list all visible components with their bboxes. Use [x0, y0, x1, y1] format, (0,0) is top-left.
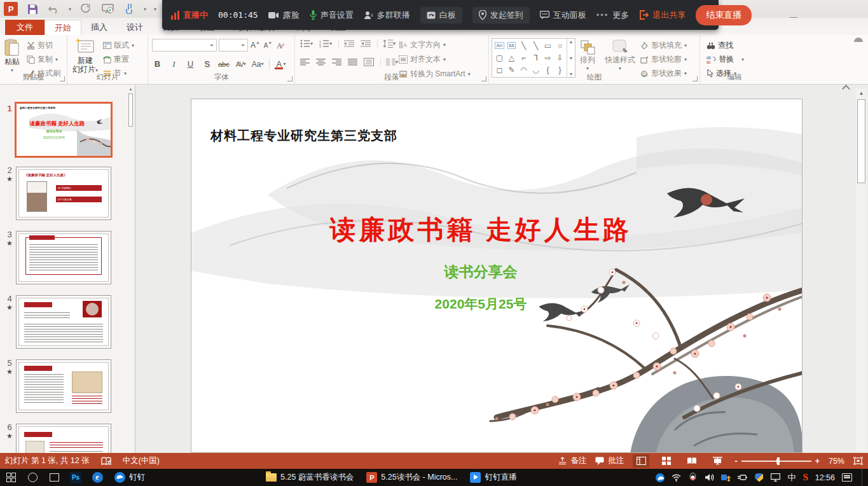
tab-insert[interactable]: 插入 — [81, 20, 117, 35]
bold-button[interactable]: B — [152, 58, 163, 70]
dingtalk-live-window-button[interactable]: 钉钉直播 — [464, 469, 523, 486]
shape-gallery[interactable]: A≡ ‖A ╲╲▭○ ▢△⌐Ꞁ⇨⇩ ◻✎◠◡{} ▲▼▼ — [492, 38, 575, 78]
more-button[interactable]: ••• 更多 — [596, 10, 630, 21]
increase-indent-icon[interactable] — [361, 40, 371, 48]
zoom-out-button[interactable]: - — [734, 457, 737, 466]
clock[interactable]: 12:56 — [815, 473, 835, 482]
language-indicator[interactable]: 中文(中国) — [123, 455, 160, 466]
undo-dropdown-icon[interactable]: ▾ — [69, 6, 71, 12]
folder-window-button[interactable]: 5.25 蔚蓝书香读书会 — [259, 469, 360, 486]
touch-mode-dropdown-icon[interactable]: ▾ — [144, 6, 146, 12]
scroll-up-icon[interactable]: ▲ — [856, 88, 867, 99]
powerpoint-app-icon[interactable]: P — [4, 2, 18, 16]
reset-button[interactable]: 重置 — [103, 54, 129, 65]
text-shadow-button[interactable]: S — [202, 58, 212, 70]
replace-button[interactable]: abac 替换▾ — [706, 54, 744, 65]
grow-font-button[interactable]: A▲ — [250, 39, 261, 52]
spell-check-icon[interactable] — [101, 457, 111, 466]
justify-icon[interactable] — [348, 59, 357, 66]
numbering-icon[interactable]: 123▾ — [319, 39, 332, 48]
reading-view-button[interactable] — [684, 454, 700, 468]
slideshow-view-button[interactable] — [709, 454, 726, 468]
interaction-panel-button[interactable]: 互动面板 — [540, 10, 586, 21]
tab-home[interactable]: 开始 — [45, 20, 81, 35]
dingtalk-taskbar-button[interactable]: 钉钉 — [108, 469, 151, 486]
slide-thumbnail-5[interactable] — [16, 359, 111, 413]
new-slide-button[interactable]: 新建 幻灯片▾ — [72, 38, 98, 75]
tab-design[interactable]: 设计 — [117, 20, 153, 35]
save-icon[interactable] — [25, 2, 39, 16]
volume-icon[interactable] — [705, 473, 714, 482]
slide-thumbnail-4[interactable] — [16, 295, 111, 349]
font-size-combo[interactable] — [219, 39, 248, 52]
zoom-in-button[interactable]: + — [815, 457, 820, 466]
wifi-icon[interactable] — [672, 473, 681, 482]
checkin-button[interactable]: 发起签到 — [472, 7, 530, 24]
start-button[interactable] — [0, 469, 22, 486]
columns-icon[interactable]: ▾ — [380, 59, 398, 66]
current-slide[interactable]: 材料工程专业研究生第三党支部 读廉政书籍 走好人生路 读书分享会 2020年5月… — [191, 99, 803, 453]
end-live-button[interactable]: 结束直播 — [696, 5, 752, 25]
undo-icon[interactable] — [47, 2, 61, 16]
multicast-button[interactable]: 多群联播 — [364, 10, 410, 21]
sogou-input-icon[interactable]: S — [803, 472, 808, 483]
normal-view-button[interactable] — [633, 454, 649, 468]
slide-thumbnail-1[interactable]: 材料工程专业研究生第三党支部 读廉政书籍 走好人生路 读书分享会 2020年5月… — [15, 102, 113, 158]
copy-button[interactable]: 复制▾ — [27, 54, 58, 65]
align-left-icon[interactable] — [300, 59, 310, 66]
shrink-font-button[interactable]: A▼ — [263, 39, 273, 52]
display-icon[interactable] — [771, 473, 780, 482]
shape-outline-button[interactable]: 形状轮廓▾ — [640, 54, 687, 65]
qat-customize-icon[interactable]: ▾ — [154, 6, 156, 12]
action-center-icon[interactable] — [842, 473, 852, 482]
clear-formatting-button[interactable]: A — [275, 39, 286, 52]
align-center-icon[interactable] — [316, 59, 326, 66]
shape-gallery-scroll[interactable]: ▲▼▼ — [567, 39, 575, 77]
power-plug-icon[interactable] — [738, 473, 747, 482]
line-spacing-icon[interactable]: ▾ — [377, 39, 396, 48]
ime-indicator[interactable]: 中 — [787, 472, 796, 483]
change-case-button[interactable]: Aa▾ — [252, 58, 264, 70]
drawing-dialog-launcher-icon[interactable] — [692, 76, 698, 81]
tray-dingtalk-icon[interactable] — [655, 473, 665, 482]
whiteboard-button[interactable]: 白板 — [420, 7, 462, 24]
align-right-icon[interactable] — [332, 59, 341, 66]
qq-icon[interactable] — [688, 473, 698, 482]
font-color-button[interactable]: A▾ — [269, 58, 286, 70]
slide-sorter-view-button[interactable] — [658, 454, 675, 468]
notes-button[interactable]: 备注 — [558, 455, 586, 466]
cut-button[interactable]: 剪切 — [27, 40, 53, 51]
task-view-button[interactable] — [43, 469, 65, 486]
scroll-up-icon[interactable]: ▲ — [128, 86, 134, 92]
comments-button[interactable]: 批注 — [595, 455, 624, 466]
strikethrough-button[interactable]: abc — [218, 58, 230, 70]
zoom-slider[interactable] — [741, 461, 811, 462]
underline-button[interactable]: U — [185, 58, 196, 70]
find-button[interactable]: 查找 — [706, 40, 733, 51]
browser-taskbar-button[interactable]: e — [86, 469, 108, 486]
zoom-percentage[interactable]: 75% — [829, 457, 844, 466]
decrease-indent-icon[interactable] — [338, 40, 354, 48]
audio-settings-button[interactable]: 声音设置 — [310, 10, 354, 21]
network-sync-icon[interactable] — [721, 473, 731, 482]
quick-styles-button[interactable]: 快速样式▾ — [605, 39, 635, 73]
slide-thumbnail-2[interactable]: 《读廉政书籍 走好人生路》 01 书籍简介 02 心得分享 — [16, 167, 111, 220]
align-text-button[interactable]: 对齐文本▾ — [399, 54, 446, 65]
security-shield-icon[interactable] — [754, 473, 764, 482]
canvas-scrollbar-thumb[interactable] — [857, 99, 865, 183]
slide-thumbnail-6[interactable] — [16, 424, 111, 453]
bullets-icon[interactable]: ▾ — [300, 39, 313, 48]
redo-icon[interactable] — [79, 2, 93, 16]
slide-thumbnail-3[interactable] — [16, 231, 111, 284]
fit-to-window-icon[interactable] — [853, 457, 863, 465]
distribute-icon[interactable] — [364, 58, 374, 66]
thumbnail-scrollbar[interactable]: ▲ — [128, 86, 134, 452]
text-direction-button[interactable]: A 文字方向▾ — [399, 39, 446, 50]
clipboard-dialog-launcher-icon[interactable] — [60, 76, 65, 81]
show-face-button[interactable]: 露脸 — [268, 10, 300, 21]
account-avatar[interactable] — [851, 29, 865, 42]
character-spacing-button[interactable]: AV▾ — [235, 58, 246, 70]
font-name-combo[interactable] — [152, 39, 217, 52]
canvas-scrollbar[interactable]: ▲ — [856, 88, 867, 451]
powerpoint-window-button[interactable]: P 5.25读书会 - Micros... — [360, 469, 464, 486]
